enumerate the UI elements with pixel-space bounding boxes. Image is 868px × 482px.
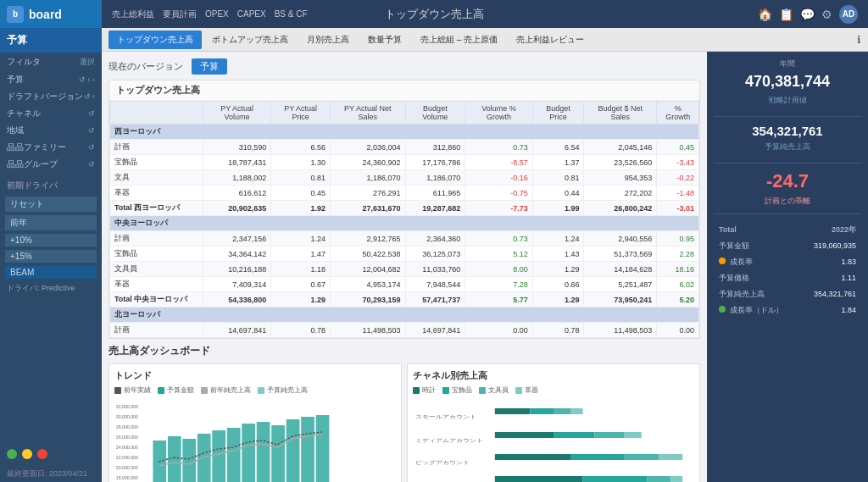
- legend-dot: [158, 387, 164, 394]
- legend-item-prev-actual: 前年実績: [114, 385, 151, 395]
- sidebar: b board 予算 フィルタ 選択 予算 ↺ ‹ › ドラフトバージョン ↺ …: [0, 0, 102, 482]
- cell: 0.73: [465, 231, 533, 247]
- user-avatar[interactable]: AD: [839, 5, 858, 24]
- sidebar-item-label: 予算: [7, 74, 24, 86]
- subnav-topdown[interactable]: トップダウン売上高: [108, 30, 202, 49]
- svg-rect-38: [495, 408, 531, 414]
- legend-dot: [479, 387, 486, 394]
- legend-item-prev-netsales: 前年純売上高: [201, 385, 251, 395]
- svg-rect-52: [648, 476, 671, 482]
- subnav-profit-review[interactable]: 売上利益レビュー: [508, 30, 593, 49]
- cell: 0.81: [532, 170, 584, 186]
- cell: -8.57: [465, 155, 533, 170]
- subnav-gross-cost[interactable]: 売上総組 – 売上原価: [412, 30, 506, 49]
- row-label: 文具: [110, 170, 203, 186]
- legend-item-kawamono: 革器: [515, 385, 538, 395]
- cell: 1.43: [532, 247, 584, 262]
- driver-plus10-button[interactable]: +10%: [5, 234, 97, 247]
- subnav-monthly[interactable]: 月別売上高: [298, 30, 358, 49]
- trend-legend: 前年実績 予算金額 前年純売上高 予算純売上高: [114, 385, 396, 395]
- cell: 8.00: [465, 262, 533, 277]
- sidebar-item-product-family[interactable]: 品品ファミリー ↺: [0, 139, 102, 156]
- trend-chart-title: トレンド: [114, 369, 396, 382]
- driver-plus15-button[interactable]: +15%: [5, 250, 97, 263]
- filter-label: フィルタ: [7, 56, 41, 68]
- subnav-bottomup[interactable]: ボトムアップ売上高: [203, 30, 297, 49]
- sidebar-item-label: 地域: [7, 125, 24, 136]
- sub-nav-opex[interactable]: OPEX: [205, 9, 229, 19]
- cell: -0.75: [465, 186, 533, 201]
- table-row: 計画 2,347,156 1.24 2,912,765 2,364,360 0.…: [110, 231, 699, 247]
- kpi-row-label: 予算価格: [715, 271, 799, 285]
- svg-text:26,000,000: 26,000,000: [116, 435, 138, 440]
- sub-nav-gross-profit[interactable]: 売上総利益: [112, 8, 154, 20]
- sub-nav-personnel[interactable]: 要員計画: [163, 8, 197, 20]
- table-row: 宝飾品 34,364,142 1.47 50,422,538 36,125,07…: [110, 247, 699, 262]
- driver-reset-button[interactable]: リセット: [5, 197, 97, 212]
- subnav-quantity[interactable]: 数量予算: [359, 30, 410, 49]
- refresh-icon: ↺: [88, 109, 95, 118]
- kpi-col-total: Total: [715, 223, 799, 237]
- driver-prev-year-button[interactable]: 前年: [5, 215, 97, 230]
- col-header-py-sales: PY Actual Net Sales: [331, 102, 405, 125]
- legend-dot: [515, 387, 522, 394]
- col-header-py-price: PY Actual Price: [271, 102, 331, 125]
- sidebar-item-channel[interactable]: チャネル ↺: [0, 105, 102, 122]
- kpi-row-value: 1.83: [801, 255, 860, 269]
- kpi-row-label: 成長率: [715, 255, 799, 269]
- sidebar-item-yosan[interactable]: 予算 ↺ ‹ ›: [0, 71, 102, 88]
- driver-beam-button[interactable]: BEAM: [5, 266, 97, 279]
- sidebar-item-label: チャネル: [7, 108, 41, 119]
- sidebar-item-product-group[interactable]: 品品グループ ↺: [0, 156, 102, 173]
- legend-label: 前年実績: [124, 385, 151, 395]
- cell: 0.81: [271, 170, 331, 186]
- legend-item-tokei: 時計: [413, 385, 436, 395]
- sub-nav-capex[interactable]: CAPEX: [237, 9, 266, 19]
- cell: 272,202: [584, 186, 657, 201]
- cell: 17,176,786: [405, 155, 465, 170]
- trend-chart-svg: 32,000,000 30,000,000 28,000,000 26,000,…: [114, 398, 396, 482]
- cell: 2,045,146: [584, 140, 657, 155]
- kpi-divider-3: [714, 213, 861, 214]
- home-icon[interactable]: 🏠: [758, 8, 772, 21]
- cell: 2,347,156: [203, 231, 271, 247]
- settings-icon[interactable]: ⚙: [821, 8, 832, 21]
- table-row: 文具員 10,216,188 1.18 12,004,682 11,033,76…: [110, 262, 699, 277]
- cell: 0.66: [532, 277, 584, 292]
- status-dot-red: [37, 449, 47, 459]
- chat-icon[interactable]: 💬: [800, 8, 815, 21]
- svg-text:30,000,000: 30,000,000: [116, 414, 138, 419]
- cell: 0.73: [465, 140, 533, 155]
- sub-nav-bscf[interactable]: BS & CF: [275, 9, 308, 19]
- cell: 5,251,487: [584, 277, 657, 292]
- kpi-table-row: 予算価格 1.11: [715, 271, 860, 285]
- svg-text:32,000,000: 32,000,000: [116, 404, 138, 409]
- sidebar-section-title: 予算: [0, 28, 102, 53]
- cell: 276,291: [331, 186, 405, 201]
- indicator-orange: [719, 258, 726, 264]
- legend-label: 予算純売上高: [267, 385, 308, 395]
- cell: -0.16: [465, 170, 533, 186]
- notification-icon[interactable]: 📋: [779, 8, 793, 21]
- cell: 0.67: [271, 277, 331, 292]
- main-content: 売上総利益 要員計画 OPEX CAPEX BS & CF トップダウン売上高 …: [102, 0, 868, 482]
- sidebar-item-region[interactable]: 地域 ↺: [0, 122, 102, 139]
- svg-text:20,000,000: 20,000,000: [116, 465, 138, 470]
- region-label: 北ヨーロッパ: [110, 307, 699, 323]
- legend-item-bungu: 文具員: [479, 385, 509, 395]
- filter-select-label: 選択: [80, 57, 95, 68]
- sidebar-item-draft[interactable]: ドラフトバージョン ↺ ‹: [0, 88, 102, 105]
- cell: 50,422,538: [331, 247, 405, 262]
- kpi-medium-number: 354,321,761: [714, 124, 861, 138]
- svg-text:24,000,000: 24,000,000: [116, 445, 138, 450]
- cell: 310,590: [203, 140, 271, 155]
- svg-rect-49: [659, 454, 683, 460]
- svg-rect-47: [571, 454, 624, 460]
- legend-item-hoso: 宝飾品: [442, 385, 472, 395]
- cell: 4,953,174: [331, 277, 405, 292]
- cell: 2.28: [657, 247, 699, 262]
- cell: 7,948,544: [405, 277, 465, 292]
- cell: -0.22: [657, 170, 699, 186]
- info-icon[interactable]: ℹ: [857, 34, 861, 46]
- refresh-icon: ↺: [88, 160, 95, 169]
